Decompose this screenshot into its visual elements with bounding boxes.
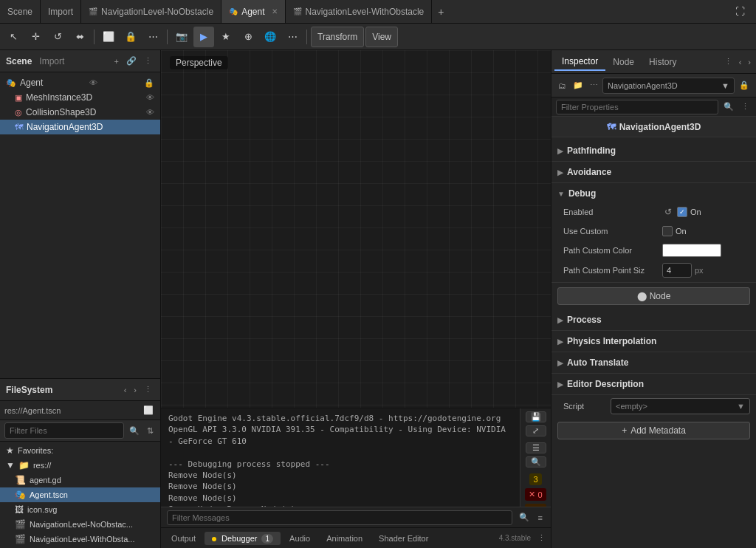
tab-agent[interactable]: 🎭 Agent ✕ bbox=[221, 0, 285, 23]
console-expand-button[interactable]: ⤢ bbox=[526, 425, 546, 436]
tab-nav-no-obstacle[interactable]: 🎬 NavigationLevel-NoObstacle bbox=[81, 0, 221, 23]
scale-tool-button[interactable]: ⬌ bbox=[69, 27, 90, 47]
run-button[interactable]: ▶ bbox=[193, 27, 214, 47]
tab-shader-editor[interactable]: Shader Editor bbox=[371, 532, 436, 545]
path-custom-color-swatch[interactable] bbox=[662, 244, 721, 257]
section-process-header[interactable]: ▶ Process bbox=[551, 311, 756, 329]
section-debug-header[interactable]: ▼ Debug bbox=[551, 185, 756, 202]
console-filter-search[interactable]: 🔍 bbox=[517, 511, 532, 524]
lock-button[interactable]: 🔒 bbox=[120, 27, 141, 47]
inspector-tab-history[interactable]: History bbox=[642, 54, 684, 70]
inspector-config[interactable]: 🔒 bbox=[737, 79, 752, 92]
scene-more-button[interactable]: ⋮ bbox=[142, 55, 154, 67]
section-pathfinding-header[interactable]: ▶ Pathfinding bbox=[551, 142, 756, 160]
section-avoidance-header[interactable]: ▶ Avoidance bbox=[551, 163, 756, 181]
agent-vis-icon[interactable]: 👁 bbox=[89, 78, 97, 87]
fs-agent-gd[interactable]: 📜 agent.gd bbox=[0, 473, 160, 487]
collision-vis-icon[interactable]: 👁 bbox=[146, 108, 154, 117]
snap-to-surface-button[interactable]: ⊕ bbox=[238, 27, 258, 47]
tab-animation[interactable]: Animation bbox=[319, 532, 370, 545]
fs-agent-tscn[interactable]: 🎭 Agent.tscn bbox=[0, 487, 160, 502]
maximize-button[interactable]: ⛶ bbox=[729, 1, 750, 22]
fs-sort-button[interactable]: ⇅ bbox=[145, 425, 156, 437]
use-custom-text: On bbox=[676, 227, 687, 236]
tab-debugger[interactable]: Debugger 1 bbox=[205, 532, 281, 545]
filesystem-filter-input[interactable] bbox=[4, 422, 124, 439]
snapping-button[interactable]: ★ bbox=[216, 27, 236, 47]
inspector-tab-inspector[interactable]: Inspector bbox=[554, 53, 605, 71]
mesh-vis-icon[interactable]: 👁 bbox=[146, 93, 154, 102]
camera-button[interactable]: 📷 bbox=[171, 27, 192, 47]
enabled-reset-button[interactable]: ↺ bbox=[662, 205, 674, 219]
inspector-toolbar: 🗂 📁 ⋯ NavigationAgent3D ▼ 🔒 bbox=[551, 74, 756, 97]
tab-import[interactable]: Import bbox=[41, 0, 81, 23]
select-tool-button[interactable]: ↖ bbox=[3, 27, 24, 47]
grid-button[interactable]: 🌐 bbox=[260, 27, 281, 47]
inspector-tool-2[interactable]: 📁 bbox=[571, 79, 585, 92]
tree-item-collisionshape[interactable]: ◎ CollisionShape3D 👁 bbox=[0, 105, 160, 120]
filter-properties-input[interactable] bbox=[556, 100, 718, 114]
inspector-nav-forward[interactable]: › bbox=[746, 55, 753, 68]
path-custom-color-value bbox=[662, 244, 750, 257]
add-tab-button[interactable]: + bbox=[432, 6, 450, 18]
fs-search-button[interactable]: 🔍 bbox=[127, 425, 142, 437]
filter-search-icon[interactable]: 🔍 bbox=[721, 100, 736, 113]
fs-nav-forward[interactable]: › bbox=[131, 383, 139, 396]
scene-panel-header: Scene Import + 🔗 ⋮ bbox=[0, 50, 160, 72]
node-name-dropdown[interactable]: NavigationAgent3D ▼ bbox=[602, 78, 735, 94]
console-error-badge: ✕ 0 bbox=[525, 488, 546, 501]
tree-item-agent[interactable]: 🎭 Agent 👁 🔒 bbox=[0, 75, 160, 90]
fs-nav-no-obstacle[interactable]: 🎬 NavigationLevel-NoObstac... bbox=[0, 517, 160, 532]
tab-output[interactable]: Output bbox=[164, 532, 203, 545]
enabled-checkbox[interactable]: ✓ bbox=[677, 207, 687, 217]
node-name-value: NavigationAgent3D bbox=[608, 81, 678, 90]
console-save-button[interactable]: 💾 bbox=[526, 411, 546, 422]
inspector-tab-actions: ⋮ ‹ › bbox=[722, 55, 753, 68]
inspector-nav-back[interactable]: ‹ bbox=[737, 55, 744, 68]
console-text-area: Godot Engine v4.3.stable.official.7dcf9/… bbox=[161, 408, 520, 507]
path-point-size-input[interactable] bbox=[662, 263, 692, 278]
inspector-tool-3[interactable]: ⋯ bbox=[588, 79, 600, 92]
use-custom-checkbox[interactable] bbox=[662, 226, 673, 236]
tab-audio[interactable]: Audio bbox=[282, 532, 317, 545]
fs-nav-with-obstacle[interactable]: 🎬 NavigationLevel-WithObsta... bbox=[0, 532, 160, 547]
more-options-button[interactable]: ⋯ bbox=[142, 27, 163, 47]
console-filter-lines[interactable]: ≡ bbox=[536, 512, 545, 524]
tab-agent-close[interactable]: ✕ bbox=[272, 7, 278, 16]
console-filter-input[interactable] bbox=[167, 510, 512, 525]
script-dropdown[interactable]: <empty> ▼ bbox=[611, 398, 750, 414]
add-metadata-button[interactable]: + Add Metadata bbox=[557, 422, 750, 439]
section-editor-description-header[interactable]: ▶ Editor Description bbox=[551, 375, 756, 393]
extra-options-button[interactable]: ⋯ bbox=[282, 27, 303, 47]
tree-item-meshinstance[interactable]: ▣ MeshInstance3D 👁 bbox=[0, 90, 160, 105]
fs-icon-svg[interactable]: 🖼 icon.svg bbox=[0, 502, 160, 517]
console-list-button[interactable]: ☰ bbox=[526, 442, 546, 453]
viewport-area[interactable]: X Y Z Perspective bbox=[161, 50, 551, 408]
transform-button[interactable]: Transform bbox=[311, 27, 364, 47]
filter-options-icon[interactable]: ⋮ bbox=[739, 100, 752, 113]
inspector-tab-node[interactable]: Node bbox=[605, 54, 642, 70]
rotate-tool-button[interactable]: ↺ bbox=[47, 27, 68, 47]
section-auto-translate-header[interactable]: ▶ Auto Translate bbox=[551, 354, 756, 371]
bottom-more-button[interactable]: ⋮ bbox=[535, 532, 548, 544]
agent-lock-icon[interactable]: 🔒 bbox=[144, 78, 154, 88]
fs-path-action[interactable]: ⬜ bbox=[141, 404, 156, 417]
tab-scene[interactable]: Scene bbox=[0, 0, 41, 23]
fs-favorites[interactable]: ★ Favorites: bbox=[0, 443, 160, 458]
inspector-action-1[interactable]: ⋮ bbox=[722, 55, 735, 68]
scene-link-button[interactable]: 🔗 bbox=[124, 55, 139, 67]
tree-item-navagent[interactable]: 🗺 NavigationAgent3D bbox=[0, 120, 160, 134]
fs-res-root[interactable]: ▼ 📁 res:// bbox=[0, 458, 160, 473]
section-physics-interpolation-header[interactable]: ▶ Physics Interpolation bbox=[551, 332, 756, 350]
fs-more[interactable]: ⋮ bbox=[142, 383, 154, 396]
console-search-button[interactable]: 🔍 bbox=[526, 456, 546, 467]
view-button[interactable]: View bbox=[365, 27, 398, 47]
tab-nav-with-obstacle[interactable]: 🎬 NavigationLevel-WithObstacle bbox=[286, 0, 433, 23]
fs-nav-back[interactable]: ‹ bbox=[122, 383, 129, 396]
console-line-4: Remove Node(s) bbox=[168, 470, 512, 481]
node-section-button[interactable]: ⬤ Node bbox=[557, 287, 750, 305]
local-mode-button[interactable]: ⬜ bbox=[98, 27, 119, 47]
scene-add-node-button[interactable]: + bbox=[112, 55, 121, 67]
inspector-tool-1[interactable]: 🗂 bbox=[556, 80, 568, 92]
move-tool-button[interactable]: ✛ bbox=[25, 27, 46, 47]
